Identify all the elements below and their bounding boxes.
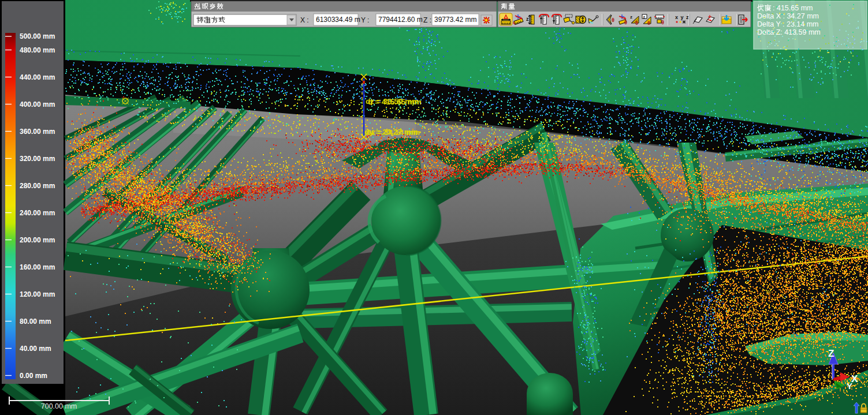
svg-text:440.00 mm: 440.00 mm	[20, 73, 55, 81]
svg-text:z: z	[526, 16, 529, 22]
svg-text:Z :: Z :	[423, 16, 431, 24]
svg-text:θ: θ	[624, 20, 627, 25]
svg-text:7794412.60 m: 7794412.60 m	[378, 16, 423, 24]
svg-text:Y :: Y :	[361, 16, 369, 24]
svg-text:z: z	[630, 14, 632, 20]
svg-text:160.00 mm: 160.00 mm	[20, 263, 55, 271]
svg-text:400.00 mm: 400.00 mm	[20, 100, 55, 109]
svg-text:dx = 34.14 mm: dx = 34.14 mm	[366, 128, 420, 137]
svg-text:Delta X : 34.27 mm: Delta X : 34.27 mm	[757, 12, 819, 20]
svg-text:θ: θ	[661, 20, 664, 25]
svg-text:360.00 mm: 360.00 mm	[20, 128, 55, 136]
svg-text:6130334.49 m: 6130334.49 m	[316, 16, 360, 24]
svg-text:0.00 mm: 0.00 mm	[20, 372, 47, 380]
svg-text:Delta Y : 23.14 mm: Delta Y : 23.14 mm	[757, 20, 819, 28]
svg-text:: 415.65 mm: : 415.65 mm	[773, 4, 813, 12]
svg-text:x y z: x y z	[675, 14, 690, 20]
svg-text:500.00 mm: 500.00 mm	[20, 32, 55, 40]
svg-text:z: z	[643, 15, 646, 19]
svg-text:200.00 mm: 200.00 mm	[20, 236, 55, 244]
svg-text:θ: θ	[635, 20, 638, 26]
svg-text:40.00 mm: 40.00 mm	[20, 345, 51, 353]
svg-text:280.00 mm: 280.00 mm	[20, 182, 55, 190]
svg-text:700.00 mm: 700.00 mm	[41, 402, 77, 410]
svg-text:39773.42 mm: 39773.42 mm	[434, 16, 476, 24]
svg-text:Z: Z	[828, 348, 834, 359]
svg-text:θ: θ	[612, 17, 614, 23]
svg-text:Delta Z: 413.59 mm: Delta Z: 413.59 mm	[757, 28, 821, 36]
svg-text:dz = 33.50 mm: dz = 33.50 mm	[366, 97, 419, 106]
svg-text:240.00 mm: 240.00 mm	[20, 209, 55, 217]
svg-text:Y: Y	[847, 381, 852, 391]
svg-text:320.00 mm: 320.00 mm	[20, 155, 55, 163]
svg-text:120.00 mm: 120.00 mm	[20, 290, 55, 298]
svg-text:θ: θ	[647, 20, 650, 26]
svg-text:X :: X :	[300, 16, 309, 24]
svg-text:480.00 mm: 480.00 mm	[20, 46, 55, 54]
svg-text:80.00 mm: 80.00 mm	[20, 317, 51, 326]
